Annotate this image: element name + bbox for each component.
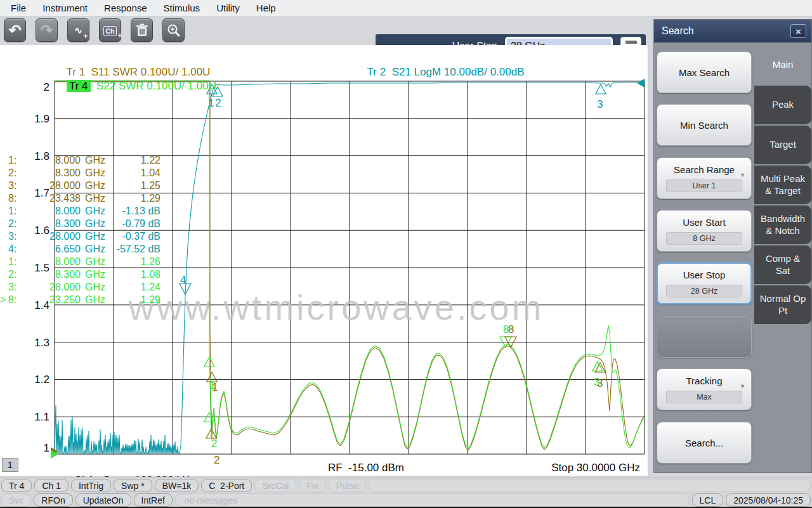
menu-item-stimulus[interactable]: Stimulus: [155, 3, 209, 13]
tab-peak[interactable]: Peak: [754, 86, 811, 124]
marker-label-s11: 8: [508, 323, 514, 335]
marker-value: 1.26: [110, 256, 160, 268]
marker-frequency: 8.000: [23, 256, 81, 268]
search-panel-title: Search: [662, 25, 694, 37]
tab-multi-peak-target[interactable]: Multi Peak & Target: [754, 166, 811, 204]
add-trace-icon-glyph: ∿: [74, 25, 82, 36]
marker-unit: GHz: [81, 268, 110, 281]
marker-readout-row: 2:8.300GHz1.08: [0, 268, 160, 281]
marker-readout-row: 2:8.300GHz-0.79 dB: [0, 218, 160, 230]
marker-value: 1.25: [110, 179, 160, 192]
status-intref[interactable]: IntRef: [134, 493, 173, 507]
rf-power-annotation: RF -15.00 dBm: [328, 462, 404, 474]
marker-number: 2:: [8, 218, 23, 230]
delete-button[interactable]: [131, 18, 153, 42]
marker-readout-row: 8:23.438GHz1.29: [0, 192, 160, 205]
tr4-text: S22 SWR 0.100U/ 1.00U: [96, 80, 216, 92]
menu-item-file[interactable]: File: [3, 3, 34, 13]
marker-value: 1.08: [110, 268, 160, 281]
status-2025-08-04-10-25[interactable]: 2025/08/04-10:25: [726, 493, 811, 507]
softkey-label: Tracking: [686, 375, 723, 386]
status-lcl[interactable]: LCL: [692, 493, 724, 507]
close-icon[interactable]: ×: [790, 24, 806, 38]
status-pulse[interactable]: Pulse: [329, 479, 366, 492]
marker-number: 8:: [8, 294, 23, 306]
tr2-spacer: [386, 66, 391, 78]
marker-label-s21: 3: [597, 98, 603, 110]
marker-active-indicator: [0, 281, 8, 294]
add-trace-button[interactable]: ∿+: [67, 18, 89, 42]
add-channel-button[interactable]: Ch+: [99, 18, 121, 42]
marker-number: 3:: [8, 281, 23, 294]
add-trace-icon: ∿+: [74, 25, 82, 36]
status-svc[interactable]: Svc: [1, 493, 31, 507]
softkey-blank[interactable]: [657, 316, 752, 358]
tab-normal-op-pt[interactable]: Normal Op Pt: [754, 285, 811, 324]
marker-value: 1.29: [110, 192, 160, 205]
stop-annotation: Stop 30.0000 GHz: [551, 462, 640, 474]
softkey-label: Search Range: [674, 164, 735, 175]
status-updateon[interactable]: UpdateOn: [75, 493, 131, 507]
marker-number: 3:: [8, 179, 23, 192]
marker-readout-row: 1:8.000GHz1.26: [0, 256, 160, 268]
tab-target[interactable]: Target: [754, 126, 811, 164]
sheet-tab[interactable]: 1: [2, 458, 18, 472]
softkey-label: Max Search: [679, 67, 730, 78]
status-rfon[interactable]: RFOn: [34, 493, 72, 507]
marker-readout-row: >8:23.250GHz1.29: [0, 294, 160, 306]
marker-unit: GHz: [81, 205, 110, 218]
status-swp[interactable]: Swp *: [114, 479, 152, 492]
softkey-value: User 1: [666, 179, 742, 192]
status-bw-1k[interactable]: BW=1k: [155, 479, 199, 492]
softkey-label: Search...: [685, 438, 723, 448]
marker-frequency: 23.438: [23, 192, 81, 205]
marker-symbol-s22: [593, 361, 603, 371]
tr2-id: Tr 2: [367, 66, 386, 78]
marker-active-indicator: [0, 243, 8, 256]
chart-window: www.wtmicrowave.com 123411228833 Tr 1 S1…: [0, 45, 648, 476]
status-fix[interactable]: Fix: [299, 479, 326, 492]
softkey-max-search[interactable]: Max Search: [657, 51, 752, 93]
marker-readout-row: 4:6.650GHz-57.52 dB: [0, 243, 160, 256]
menu-item-utility[interactable]: Utility: [208, 3, 248, 13]
marker-label-s11: 1: [212, 381, 218, 393]
softkey-search[interactable]: Search...: [657, 422, 752, 464]
softkey-tracking[interactable]: Tracking▼Max: [657, 368, 752, 410]
status-ch-1[interactable]: Ch 1: [34, 479, 69, 492]
tab-bandwidth-notch[interactable]: Bandwidth & Notch: [754, 205, 811, 244]
softkey-min-search[interactable]: Min Search: [657, 104, 752, 146]
marker-unit: GHz: [81, 243, 110, 256]
add-channel-icon-plus: +: [117, 30, 122, 40]
marker-value: 1.22: [110, 154, 160, 167]
status-srccal[interactable]: SrcCal: [254, 479, 296, 492]
marker-readout-row: 1:8.000GHz1.22: [0, 154, 160, 167]
redo-button[interactable]: ↷: [36, 18, 58, 42]
softkey-value: 8 GHz: [666, 232, 742, 245]
status-c-2-port[interactable]: C 2-Port: [201, 479, 252, 492]
softkey-user-start[interactable]: User Start8 GHz: [657, 210, 752, 252]
tab-main[interactable]: Main: [754, 46, 811, 84]
status-inttrig[interactable]: IntTrig: [71, 479, 111, 492]
softkey-search-range[interactable]: Search Range▼User 1: [657, 157, 752, 199]
zoom-in-button[interactable]: [162, 18, 185, 42]
status-no-messages[interactable]: no messages: [175, 493, 690, 507]
softkey-label: Min Search: [680, 120, 728, 131]
menu-item-instrument[interactable]: Instrument: [34, 3, 96, 13]
marker-frequency: 28.000: [23, 281, 81, 294]
undo-button[interactable]: ↶: [4, 18, 26, 42]
marker-active-indicator: [0, 179, 8, 192]
marker-label-s22: 2: [211, 438, 217, 450]
marker-unit: GHz: [81, 294, 110, 306]
softkey-user-stop[interactable]: User Stop28 GHz: [657, 263, 752, 304]
tab-comp-sat[interactable]: Comp & Sat: [754, 245, 811, 284]
softkey-label: User Start: [683, 217, 726, 228]
menu-item-help[interactable]: Help: [248, 3, 284, 13]
marker-label-s21: 4: [180, 274, 186, 286]
status-tr-4[interactable]: Tr 4: [1, 479, 32, 492]
marker-unit: GHz: [81, 230, 110, 243]
softkey-value: Max: [666, 391, 742, 403]
status-blank[interactable]: [369, 479, 811, 492]
marker-frequency: 28.000: [23, 179, 81, 192]
marker-value: -57.52 dB: [110, 243, 160, 256]
menu-item-response[interactable]: Response: [96, 3, 155, 13]
